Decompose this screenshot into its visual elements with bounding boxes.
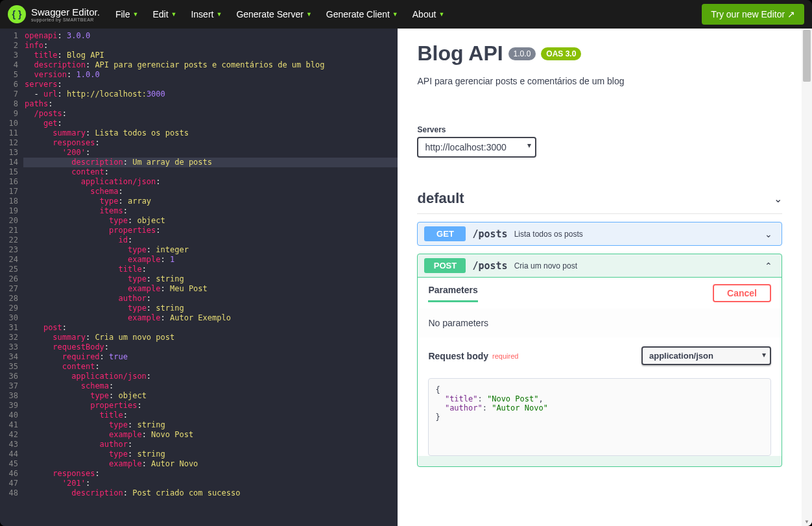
op-header[interactable]: POST /posts Cria um novo post ⌃ <box>418 254 782 277</box>
version-badge: 1.0.0 <box>508 47 536 60</box>
menu-about[interactable]: About▼ <box>412 9 445 19</box>
menu-generate-client[interactable]: Generate Client▼ <box>326 9 398 19</box>
logo[interactable]: { } Swagger Editor. supported by SMARTBE… <box>8 5 100 23</box>
topbar: { } Swagger Editor. supported by SMARTBE… <box>0 0 812 29</box>
menu-file[interactable]: File▼ <box>115 9 138 19</box>
chevron-down-icon: ⌄ <box>765 229 772 239</box>
chevron-down-icon: ⌄ <box>774 193 782 205</box>
chevron-up-icon: ⌃ <box>765 261 772 271</box>
line-gutter: 1234567891011121314151617181920212223242… <box>0 29 23 526</box>
menu-edit[interactable]: Edit▼ <box>152 9 176 19</box>
content-type-select[interactable]: application/json <box>641 346 771 365</box>
scrollbar[interactable]: ▲ ▼ <box>802 29 812 526</box>
caret-down-icon: ▼ <box>216 11 222 18</box>
caret-down-icon: ▼ <box>171 11 177 18</box>
menu-insert[interactable]: Insert▼ <box>191 9 222 19</box>
caret-down-icon: ▼ <box>438 11 444 18</box>
server-select[interactable]: http://localhost:3000 <box>417 137 536 158</box>
request-body-example[interactable]: { "title": "Novo Post", "author": "Autor… <box>428 378 771 456</box>
caret-down-icon: ▼ <box>306 11 312 18</box>
method-badge: GET <box>424 226 466 241</box>
op-path: /posts <box>472 228 507 240</box>
op-summary: Cria um novo post <box>514 261 758 270</box>
tag-default[interactable]: default ⌄ <box>417 184 782 214</box>
caret-down-icon: ▼ <box>132 11 138 18</box>
request-body-heading: Request body <box>428 351 488 361</box>
no-parameters-text: No parameters <box>418 309 782 337</box>
cancel-button[interactable]: Cancel <box>713 284 771 302</box>
scrollbar-thumb[interactable] <box>803 30 811 82</box>
swagger-ui-pane: Blog API 1.0.0 OAS 3.0 API para gerencia… <box>398 29 812 526</box>
menu-bar: File▼ Edit▼ Insert▼ Generate Server▼ Gen… <box>115 9 444 19</box>
op-summary: Lista todos os posts <box>514 230 758 239</box>
logo-text: Swagger Editor. <box>31 6 100 18</box>
parameters-heading: Parameters <box>428 285 477 302</box>
oas-badge: OAS 3.0 <box>541 47 581 60</box>
required-label: required <box>492 352 518 360</box>
try-new-editor-button[interactable]: Try our new Editor ↗ <box>702 4 804 25</box>
api-title: Blog API <box>417 42 503 66</box>
caret-down-icon: ▼ <box>392 11 398 18</box>
method-badge: POST <box>424 258 466 273</box>
code-content[interactable]: openapi: 3.0.0info: title: Blog API desc… <box>23 29 398 526</box>
op-path: /posts <box>472 260 507 272</box>
op-header[interactable]: GET /posts Lista todos os posts ⌄ <box>418 222 782 245</box>
api-description: API para gerenciar posts e comentários d… <box>417 76 782 86</box>
op-get-posts: GET /posts Lista todos os posts ⌄ <box>417 222 782 246</box>
op-post-posts: POST /posts Cria um novo post ⌃ Paramete… <box>417 254 782 467</box>
scroll-down-icon[interactable]: ▼ <box>804 519 809 525</box>
menu-generate-server[interactable]: Generate Server▼ <box>236 9 311 19</box>
logo-subtext: supported by SMARTBEAR <box>31 18 100 22</box>
servers-label: Servers <box>417 125 782 134</box>
yaml-editor[interactable]: 1234567891011121314151617181920212223242… <box>0 29 398 526</box>
swagger-icon: { } <box>8 5 26 23</box>
